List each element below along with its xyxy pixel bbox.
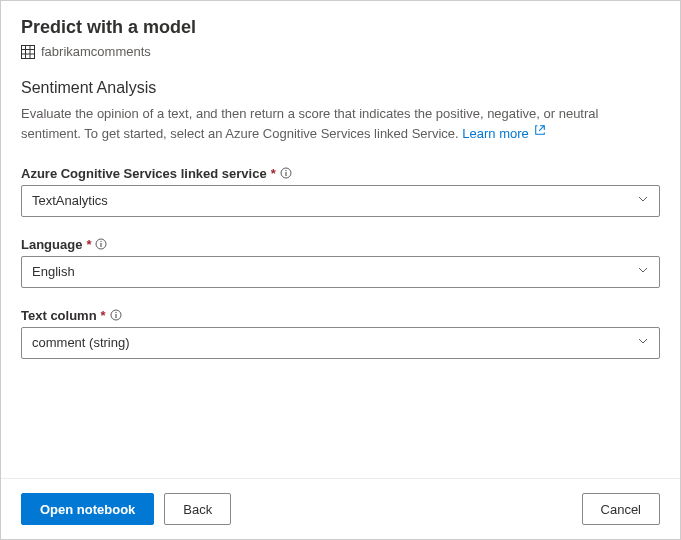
language-label-text: Language xyxy=(21,237,82,252)
table-icon xyxy=(21,45,35,59)
required-marker: * xyxy=(86,237,91,252)
linked-service-value: TextAnalytics xyxy=(32,193,108,208)
text-column-field: Text column * comment (string) xyxy=(21,308,660,359)
svg-rect-14 xyxy=(115,314,116,318)
main-content: Predict with a model fabrikamcomments Se… xyxy=(1,1,680,478)
info-icon[interactable] xyxy=(110,309,122,321)
chevron-down-icon xyxy=(637,193,649,208)
chevron-down-icon xyxy=(637,335,649,350)
table-info-row: fabrikamcomments xyxy=(21,44,660,59)
text-column-label: Text column * xyxy=(21,308,660,323)
language-value: English xyxy=(32,264,75,279)
footer: Open notebook Back Cancel xyxy=(1,478,680,539)
section-description: Evaluate the opinion of a text, and then… xyxy=(21,105,660,144)
back-button[interactable]: Back xyxy=(164,493,231,525)
required-marker: * xyxy=(271,166,276,181)
svg-point-7 xyxy=(285,170,286,171)
svg-rect-0 xyxy=(22,45,35,58)
svg-point-10 xyxy=(101,241,102,242)
page-title: Predict with a model xyxy=(21,17,660,38)
open-notebook-button[interactable]: Open notebook xyxy=(21,493,154,525)
required-marker: * xyxy=(101,308,106,323)
language-field: Language * English xyxy=(21,237,660,288)
linked-service-label-text: Azure Cognitive Services linked service xyxy=(21,166,267,181)
svg-point-13 xyxy=(115,312,116,313)
svg-rect-8 xyxy=(285,172,286,176)
svg-line-5 xyxy=(540,126,545,131)
learn-more-text: Learn more xyxy=(462,126,528,141)
linked-service-field: Azure Cognitive Services linked service … xyxy=(21,166,660,217)
svg-rect-11 xyxy=(101,243,102,247)
chevron-down-icon xyxy=(637,264,649,279)
learn-more-link[interactable]: Learn more xyxy=(462,126,546,141)
text-column-select[interactable]: comment (string) xyxy=(21,327,660,359)
language-select[interactable]: English xyxy=(21,256,660,288)
language-label: Language * xyxy=(21,237,660,252)
cancel-button[interactable]: Cancel xyxy=(582,493,660,525)
external-link-icon xyxy=(534,123,546,141)
linked-service-select[interactable]: TextAnalytics xyxy=(21,185,660,217)
linked-service-label: Azure Cognitive Services linked service … xyxy=(21,166,660,181)
info-icon[interactable] xyxy=(95,238,107,250)
text-column-label-text: Text column xyxy=(21,308,97,323)
info-icon[interactable] xyxy=(280,167,292,179)
text-column-value: comment (string) xyxy=(32,335,130,350)
table-name: fabrikamcomments xyxy=(41,44,151,59)
section-title: Sentiment Analysis xyxy=(21,79,660,97)
